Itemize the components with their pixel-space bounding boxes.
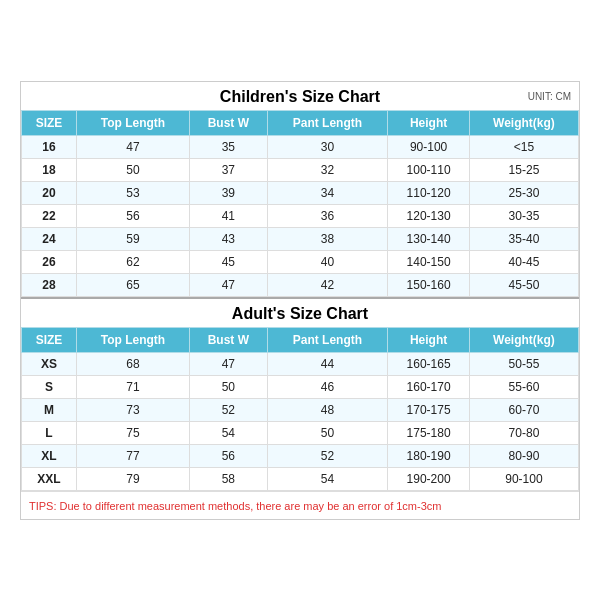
tips-row: TIPS: Due to different measurement metho…: [21, 491, 579, 519]
table-cell: 50-55: [469, 352, 578, 375]
table-cell: 55-60: [469, 375, 578, 398]
table-cell: 47: [190, 273, 268, 296]
children-col-pant-length: Pant Length: [267, 110, 388, 135]
table-cell: 71: [76, 375, 189, 398]
table-cell: 40-45: [469, 250, 578, 273]
children-chart-title: Children's Size Chart: [220, 88, 380, 105]
adult-col-size: SIZE: [22, 327, 77, 352]
children-table-header: SIZE Top Length Bust W Pant Length Heigh…: [22, 110, 579, 135]
adult-table: SIZE Top Length Bust W Pant Length Heigh…: [21, 327, 579, 491]
children-col-height: Height: [388, 110, 470, 135]
children-table: SIZE Top Length Bust W Pant Length Heigh…: [21, 110, 579, 297]
table-row: 24594338130-14035-40: [22, 227, 579, 250]
adult-table-body: XS684744160-16550-55S715046160-17055-60M…: [22, 352, 579, 490]
table-cell: 38: [267, 227, 388, 250]
table-cell: 160-170: [388, 375, 470, 398]
children-table-body: 1647353090-100<1518503732100-11015-25205…: [22, 135, 579, 296]
table-cell: M: [22, 398, 77, 421]
table-cell: 53: [76, 181, 189, 204]
children-col-top-length: Top Length: [76, 110, 189, 135]
table-cell: 36: [267, 204, 388, 227]
table-cell: 47: [190, 352, 268, 375]
table-cell: 25-30: [469, 181, 578, 204]
table-cell: 150-160: [388, 273, 470, 296]
table-cell: 70-80: [469, 421, 578, 444]
table-cell: 77: [76, 444, 189, 467]
table-row: 18503732100-11015-25: [22, 158, 579, 181]
table-cell: 110-120: [388, 181, 470, 204]
table-cell: 44: [267, 352, 388, 375]
table-row: XS684744160-16550-55: [22, 352, 579, 375]
table-cell: 90-100: [388, 135, 470, 158]
table-cell: 75: [76, 421, 189, 444]
table-row: XL775652180-19080-90: [22, 444, 579, 467]
table-cell: 175-180: [388, 421, 470, 444]
table-cell: 47: [76, 135, 189, 158]
table-cell: L: [22, 421, 77, 444]
table-cell: 45-50: [469, 273, 578, 296]
table-cell: 35: [190, 135, 268, 158]
table-cell: 46: [267, 375, 388, 398]
table-cell: 16: [22, 135, 77, 158]
table-cell: 120-130: [388, 204, 470, 227]
table-cell: 54: [190, 421, 268, 444]
table-cell: 30: [267, 135, 388, 158]
table-cell: 56: [190, 444, 268, 467]
table-cell: 15-25: [469, 158, 578, 181]
table-cell: 130-140: [388, 227, 470, 250]
table-cell: 73: [76, 398, 189, 421]
table-row: XXL795854190-20090-100: [22, 467, 579, 490]
table-cell: 52: [267, 444, 388, 467]
adult-chart-title: Adult's Size Chart: [232, 305, 368, 322]
table-cell: 62: [76, 250, 189, 273]
table-cell: XS: [22, 352, 77, 375]
table-cell: 35-40: [469, 227, 578, 250]
table-cell: 45: [190, 250, 268, 273]
table-cell: 30-35: [469, 204, 578, 227]
tips-text: TIPS: Due to different measurement metho…: [29, 500, 441, 512]
children-col-size: SIZE: [22, 110, 77, 135]
table-cell: <15: [469, 135, 578, 158]
table-cell: S: [22, 375, 77, 398]
table-row: S715046160-17055-60: [22, 375, 579, 398]
table-cell: 34: [267, 181, 388, 204]
adult-col-weight: Weight(kg): [469, 327, 578, 352]
table-cell: 28: [22, 273, 77, 296]
table-cell: 90-100: [469, 467, 578, 490]
table-row: L755450175-18070-80: [22, 421, 579, 444]
table-cell: 50: [190, 375, 268, 398]
table-cell: 190-200: [388, 467, 470, 490]
table-row: 26624540140-15040-45: [22, 250, 579, 273]
table-cell: 170-175: [388, 398, 470, 421]
table-row: 20533934110-12025-30: [22, 181, 579, 204]
adult-header-row: SIZE Top Length Bust W Pant Length Heigh…: [22, 327, 579, 352]
size-chart-container: Children's Size Chart UNIT: CM SIZE Top …: [20, 81, 580, 520]
adult-col-height: Height: [388, 327, 470, 352]
table-cell: 42: [267, 273, 388, 296]
table-cell: XL: [22, 444, 77, 467]
table-row: M735248170-17560-70: [22, 398, 579, 421]
table-cell: 140-150: [388, 250, 470, 273]
table-cell: 52: [190, 398, 268, 421]
adult-col-pant-length: Pant Length: [267, 327, 388, 352]
table-row: 22564136120-13030-35: [22, 204, 579, 227]
table-cell: 22: [22, 204, 77, 227]
table-row: 1647353090-100<15: [22, 135, 579, 158]
table-cell: 41: [190, 204, 268, 227]
table-cell: 20: [22, 181, 77, 204]
table-cell: 60-70: [469, 398, 578, 421]
table-cell: 58: [190, 467, 268, 490]
table-cell: 56: [76, 204, 189, 227]
table-cell: 68: [76, 352, 189, 375]
table-cell: 80-90: [469, 444, 578, 467]
table-cell: 40: [267, 250, 388, 273]
table-cell: XXL: [22, 467, 77, 490]
table-cell: 100-110: [388, 158, 470, 181]
children-col-bust-w: Bust W: [190, 110, 268, 135]
children-col-weight: Weight(kg): [469, 110, 578, 135]
table-cell: 79: [76, 467, 189, 490]
unit-label: UNIT: CM: [528, 90, 571, 101]
table-cell: 18: [22, 158, 77, 181]
adult-table-header: SIZE Top Length Bust W Pant Length Heigh…: [22, 327, 579, 352]
table-cell: 65: [76, 273, 189, 296]
